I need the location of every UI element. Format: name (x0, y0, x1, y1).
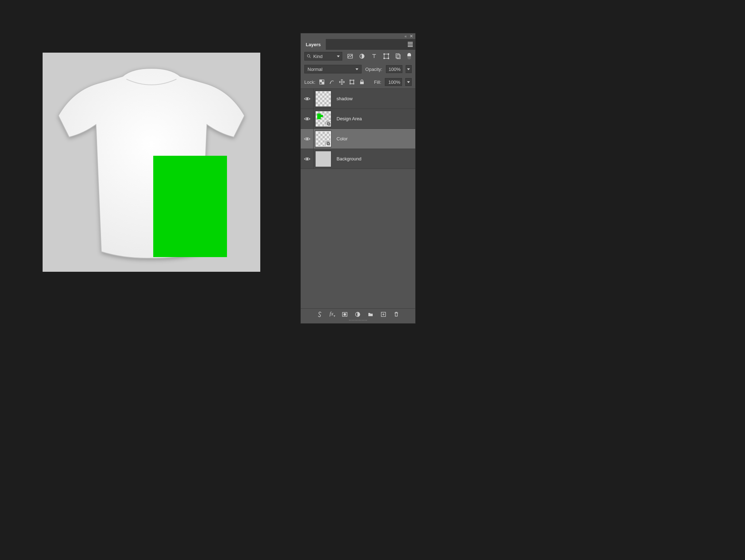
svg-line-1 (310, 57, 311, 58)
chevron-down-icon (355, 68, 358, 70)
fill-label: Fill: (374, 79, 381, 85)
filter-kind-label: Kind (313, 54, 323, 59)
svg-point-20 (306, 98, 308, 100)
document-canvas[interactable] (43, 53, 260, 272)
lock-transparency-icon[interactable] (319, 79, 325, 85)
fill-dropdown-button[interactable] (405, 78, 412, 86)
svg-rect-12 (320, 80, 322, 82)
svg-point-5 (383, 54, 384, 55)
opacity-label: Opacity: (365, 67, 382, 72)
blend-mode-value: Normal (308, 67, 323, 72)
delete-layer-icon[interactable] (393, 312, 399, 317)
fill-value: 100% (388, 79, 400, 85)
svg-point-29 (344, 313, 346, 315)
layer-name-label[interactable]: Design Area (333, 116, 362, 121)
svg-rect-4 (384, 54, 388, 58)
panel-topbar: « ✕ (301, 33, 415, 39)
svg-rect-9 (396, 54, 399, 58)
lock-all-icon[interactable] (359, 79, 365, 85)
svg-point-7 (383, 58, 384, 59)
layer-row[interactable]: shadow (301, 89, 415, 109)
opacity-field[interactable]: 100% (386, 65, 402, 73)
lock-artboard-icon[interactable] (349, 79, 355, 85)
eye-icon (304, 116, 310, 122)
panel-tabbar: Layers (301, 39, 415, 50)
design-area-rectangle (153, 156, 227, 257)
panel-resize-grip[interactable] (301, 320, 415, 323)
lock-image-icon[interactable] (329, 79, 335, 85)
layer-thumbnail[interactable] (314, 111, 333, 127)
opacity-dropdown-button[interactable] (406, 65, 412, 73)
search-icon (307, 54, 311, 58)
svg-rect-13 (322, 82, 324, 84)
eye-icon (304, 96, 310, 102)
lock-position-icon[interactable] (339, 79, 345, 85)
filter-shape-icon[interactable] (383, 53, 389, 59)
add-mask-icon[interactable] (342, 312, 348, 317)
svg-rect-23 (328, 123, 330, 125)
chevron-down-icon (407, 68, 410, 70)
new-layer-icon[interactable] (381, 312, 386, 317)
lock-icons (319, 79, 365, 85)
layer-visibility-toggle[interactable] (301, 149, 314, 169)
fill-field[interactable]: 100% (385, 78, 402, 86)
lock-label: Lock: (304, 79, 315, 85)
layer-row[interactable]: Design Area (301, 109, 415, 129)
panel-menu-button[interactable] (405, 39, 415, 50)
chevron-down-icon (407, 81, 410, 83)
layers-bottom-toolbar: fx▾ (301, 308, 415, 320)
svg-point-8 (388, 58, 389, 59)
layer-name-label[interactable]: Background (333, 156, 361, 161)
svg-point-24 (306, 138, 308, 140)
svg-point-27 (306, 158, 308, 160)
layer-thumbnail[interactable] (314, 91, 333, 107)
chevron-down-icon (337, 55, 340, 57)
tabbar-spacer (326, 39, 405, 50)
close-icon[interactable]: ✕ (410, 34, 413, 38)
layer-name-label[interactable]: shadow (333, 96, 353, 101)
filter-kind-dropdown[interactable]: Kind (304, 52, 342, 61)
layers-panel: « ✕ Layers Kind Normal (301, 33, 415, 323)
new-adjustment-layer-icon[interactable] (355, 312, 361, 317)
new-group-icon[interactable] (368, 312, 373, 317)
svg-point-21 (306, 118, 308, 120)
layer-visibility-toggle[interactable] (301, 89, 314, 108)
smart-object-badge-icon (326, 121, 331, 126)
collapse-icon[interactable]: « (405, 34, 407, 38)
filter-smartobject-icon[interactable] (395, 53, 401, 59)
svg-rect-22 (327, 122, 329, 125)
filter-type-icon[interactable] (371, 53, 377, 59)
svg-point-6 (388, 54, 389, 55)
layer-name-label[interactable]: Color (333, 136, 348, 141)
blend-opacity-row: Normal Opacity: 100% (301, 63, 415, 76)
svg-rect-14 (350, 80, 354, 84)
layer-row[interactable]: Color (301, 129, 415, 149)
layer-effects-icon[interactable]: fx▾ (330, 311, 335, 318)
thumbnail-image (315, 111, 331, 127)
filter-type-icons (347, 53, 412, 59)
svg-rect-25 (327, 142, 329, 144)
svg-rect-26 (328, 143, 330, 145)
layer-visibility-toggle[interactable] (301, 109, 314, 129)
svg-point-0 (308, 55, 310, 57)
lock-fill-row: Lock: Fill: 100% (301, 76, 415, 88)
eye-icon (304, 156, 310, 162)
layer-thumbnail[interactable] (314, 131, 333, 147)
thumbnail-image (315, 151, 331, 167)
layer-list-empty-area[interactable] (301, 169, 415, 308)
filter-toggle-switch[interactable] (407, 53, 411, 59)
blend-mode-dropdown[interactable]: Normal (304, 65, 362, 73)
tab-label: Layers (306, 42, 321, 47)
link-layers-icon[interactable] (317, 312, 323, 317)
layer-thumbnail[interactable] (314, 151, 333, 167)
eye-icon (304, 136, 310, 142)
layer-row[interactable]: Background (301, 149, 415, 169)
filter-pixel-icon[interactable] (347, 53, 353, 59)
smart-object-badge-icon (325, 141, 330, 146)
layer-filter-row: Kind (301, 50, 415, 63)
svg-rect-19 (360, 82, 364, 84)
filter-adjustment-icon[interactable] (359, 53, 365, 59)
tab-layers[interactable]: Layers (301, 39, 326, 50)
thumbnail-image (315, 131, 331, 147)
layer-visibility-toggle[interactable] (301, 129, 314, 149)
